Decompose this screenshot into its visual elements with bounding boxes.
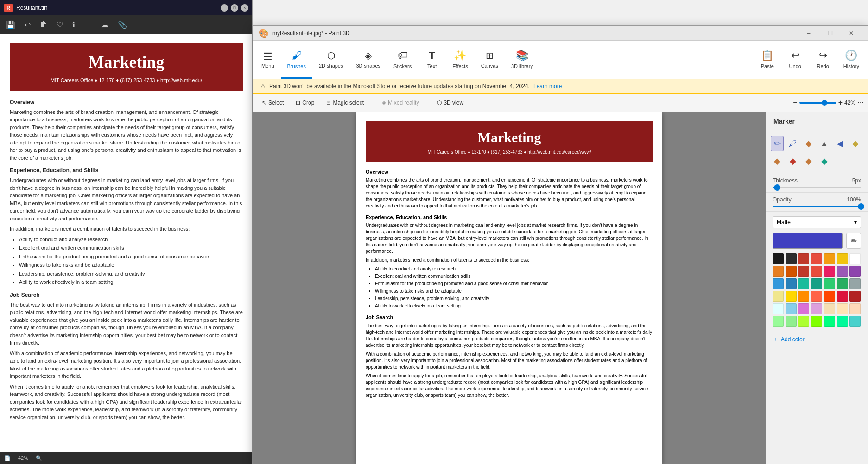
zoom-slider-thumb[interactable] — [822, 100, 827, 106]
marker-type-7[interactable]: ◆ — [771, 153, 784, 169]
color-swatch[interactable] — [798, 253, 809, 264]
undo-icon[interactable]: ↩ — [23, 19, 32, 31]
tab-brushes[interactable]: 🖌 Brushes — [281, 41, 312, 79]
current-color-swatch[interactable] — [773, 233, 843, 249]
tab-canvas[interactable]: ⊞ Canvas — [475, 41, 505, 79]
color-swatch[interactable] — [773, 316, 784, 327]
more-icon[interactable]: ⋯ — [134, 19, 146, 31]
zoom-minus-btn[interactable]: − — [793, 99, 797, 107]
favorite-icon[interactable]: ♡ — [55, 19, 65, 31]
attach-icon[interactable]: 📎 — [116, 19, 129, 31]
tab-menu[interactable]: ☰ Menu — [255, 41, 281, 79]
color-swatch[interactable] — [811, 278, 822, 289]
marker-type-2[interactable]: 🖊 — [786, 136, 799, 151]
toolbar: ↖ Select ⊡ Crop ⊟ Magic select ◈ Mixed r… — [253, 94, 868, 112]
color-swatch[interactable] — [811, 266, 822, 277]
color-swatch[interactable] — [849, 278, 861, 289]
cloud-icon[interactable]: ☁ — [99, 19, 110, 31]
marker-type-9[interactable]: ◆ — [802, 153, 815, 169]
tab-3d-library[interactable]: 📚 3D library — [505, 41, 539, 79]
tab-3d-shapes[interactable]: ◈ 3D shapes — [349, 41, 387, 79]
select-tool-btn[interactable]: ↖ Select — [257, 97, 289, 108]
marker-type-3[interactable]: ◆ — [802, 136, 815, 151]
color-swatch[interactable] — [837, 316, 848, 327]
save-icon[interactable]: 💾 — [4, 19, 17, 31]
color-swatch[interactable] — [837, 278, 848, 289]
tab-stickers[interactable]: 🏷 Stickers — [387, 41, 418, 79]
color-swatch[interactable] — [786, 303, 797, 314]
thickness-slider-track[interactable] — [773, 187, 861, 188]
magic-select-btn[interactable]: ⊟ Magic select — [321, 97, 369, 108]
tab-redo[interactable]: ↪ Redo — [809, 41, 837, 79]
color-swatch[interactable] — [798, 303, 809, 314]
color-swatch[interactable] — [773, 278, 784, 289]
info-icon[interactable]: ℹ — [70, 19, 77, 31]
color-swatch[interactable] — [798, 278, 809, 289]
tab-effects[interactable]: ✨ Effects — [446, 41, 474, 79]
bg-maximize-btn[interactable]: □ — [231, 4, 238, 12]
paint3d-restore-btn[interactable]: ❐ — [819, 26, 841, 41]
color-swatch[interactable] — [773, 253, 784, 264]
thickness-slider-thumb[interactable] — [774, 184, 780, 191]
color-swatch[interactable] — [849, 291, 861, 302]
color-swatch[interactable] — [824, 291, 835, 302]
paint3d-minimize-btn[interactable]: – — [798, 26, 819, 41]
marker-type-4[interactable]: ▲ — [818, 136, 831, 151]
color-swatch[interactable] — [849, 316, 861, 327]
color-swatch[interactable] — [786, 253, 797, 264]
print-icon[interactable]: 🖨 — [82, 19, 94, 31]
canvas-area[interactable]: Marketing MIT Careers Office ♦ 12-170 ♦ … — [253, 112, 766, 464]
marker-type-8[interactable]: ◆ — [786, 153, 799, 169]
tab-paste[interactable]: 📋 Paste — [754, 41, 781, 79]
color-swatch[interactable] — [798, 266, 809, 277]
color-swatch[interactable] — [849, 303, 861, 314]
learn-more-link[interactable]: Learn more — [533, 83, 562, 89]
color-swatch[interactable] — [811, 291, 822, 302]
zoom-plus-btn[interactable]: + — [838, 99, 843, 107]
add-color-btn[interactable]: ＋ Add color — [766, 332, 868, 347]
tab-text[interactable]: T Text — [418, 41, 446, 79]
color-type-select[interactable]: Matte ▾ — [773, 216, 861, 228]
color-swatch[interactable] — [773, 303, 784, 314]
opacity-slider-track[interactable] — [773, 206, 861, 207]
color-swatch[interactable] — [773, 291, 784, 302]
color-swatch[interactable] — [837, 266, 848, 277]
color-swatch[interactable] — [824, 278, 835, 289]
color-swatch[interactable] — [798, 291, 809, 302]
tab-undo[interactable]: ↩ Undo — [781, 41, 809, 79]
color-swatch[interactable] — [824, 266, 835, 277]
color-swatch[interactable] — [811, 303, 822, 314]
3d-view-btn[interactable]: ⬡ 3D view — [432, 97, 469, 108]
bg-minimize-btn[interactable]: – — [221, 4, 228, 12]
color-swatch[interactable] — [837, 291, 848, 302]
tab-history[interactable]: 🕐 History — [837, 41, 866, 79]
zoom-more-btn[interactable]: ⋯ — [857, 99, 864, 107]
marker-type-5[interactable]: ◀ — [833, 136, 846, 151]
eyedropper-btn[interactable]: ✏ — [846, 233, 861, 249]
color-swatch[interactable] — [849, 266, 861, 277]
color-swatch[interactable] — [811, 316, 822, 327]
marker-type-10[interactable]: ◆ — [818, 153, 831, 169]
color-swatch[interactable] — [824, 253, 835, 264]
zoom-slider[interactable] — [799, 102, 836, 104]
color-swatch[interactable] — [786, 316, 797, 327]
opacity-slider-thumb[interactable] — [858, 203, 864, 210]
crop-tool-btn[interactable]: ⊡ Crop — [291, 97, 319, 108]
marker-type-1[interactable]: ✏ — [771, 136, 784, 151]
color-swatch[interactable] — [811, 253, 822, 264]
color-swatch[interactable] — [786, 266, 797, 277]
paint3d-close-btn[interactable]: ✕ — [841, 26, 862, 41]
color-swatch[interactable] — [837, 303, 848, 314]
color-swatch[interactable] — [824, 316, 835, 327]
marker-type-6[interactable]: ◆ — [849, 136, 862, 151]
color-swatch[interactable] — [824, 303, 835, 314]
delete-icon[interactable]: 🗑 — [38, 19, 49, 31]
tab-2d-shapes[interactable]: ⬡ 2D shapes — [312, 41, 350, 79]
color-swatch[interactable] — [837, 253, 848, 264]
color-swatch[interactable] — [773, 266, 784, 277]
color-swatch[interactable] — [786, 278, 797, 289]
color-swatch[interactable] — [849, 253, 861, 264]
color-swatch[interactable] — [786, 291, 797, 302]
bg-close-btn[interactable]: × — [241, 4, 248, 12]
color-swatch[interactable] — [798, 316, 809, 327]
